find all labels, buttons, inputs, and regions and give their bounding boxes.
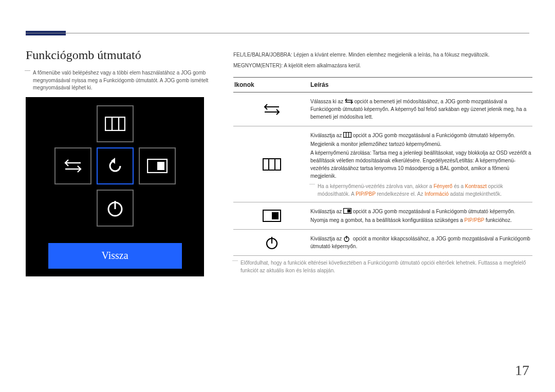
svg-rect-23 xyxy=(347,210,350,213)
power-icon xyxy=(105,198,125,218)
row-icon-menu xyxy=(233,130,310,198)
row-icon-source xyxy=(233,97,310,122)
dpad-right-button[interactable] xyxy=(139,147,176,184)
return-arrow-icon xyxy=(105,156,125,176)
source-arrows-icon xyxy=(345,98,353,104)
table-row: Válassza ki az opciót a bemeneti jel mód… xyxy=(233,92,532,126)
page-number: 17 xyxy=(515,362,529,379)
highlight: Fényerő xyxy=(434,183,453,189)
left-column: Funkciógomb útmutató A főmenübe való bel… xyxy=(26,48,221,276)
footnote: Előfordulhat, hogy a funkciók eltérései … xyxy=(233,259,532,274)
text: rendelkezésre el. Az xyxy=(376,191,425,197)
table-row: Kiválasztja az opciót a JOG gomb mozgatá… xyxy=(233,202,532,230)
text: Nyomja meg a gombot, ha a beállítások ko… xyxy=(310,217,465,223)
dpad-center-button[interactable] xyxy=(97,147,134,184)
row-desc: Válassza ki az opciót a bemeneti jel mód… xyxy=(310,97,532,122)
text: Kiválasztja az xyxy=(310,236,343,241)
power-icon xyxy=(264,235,280,250)
power-icon xyxy=(343,235,351,241)
svg-rect-21 xyxy=(272,212,279,219)
text: funkcióhoz. xyxy=(484,217,511,223)
instruction-line-1: FEL/LE/BALRA/JOBBRA: Lépjen a kívánt ele… xyxy=(233,50,532,59)
source-arrows-icon xyxy=(64,157,82,175)
right-column: FEL/LE/BALRA/JOBBRA: Lépjen a kívánt ele… xyxy=(233,50,532,274)
text: Megjelenik a monitor jellemzőihez tartoz… xyxy=(310,140,532,148)
row-desc: Kiválasztja az opciót a monitor kikapcso… xyxy=(310,234,532,251)
text: Kiválasztja az xyxy=(310,133,343,138)
th-icons: Ikonok xyxy=(233,78,310,92)
text: Kiválasztja az xyxy=(310,209,343,214)
header-rule xyxy=(26,33,529,33)
table-header: Ikonok Leírás xyxy=(233,77,532,92)
page-title: Funkciógomb útmutató xyxy=(26,48,221,62)
text: Ha a képernyőmenü-vezérlés zárolva van, … xyxy=(318,183,434,189)
text: opciót a JOG gomb mozgatásával a Funkció… xyxy=(351,133,515,138)
back-button[interactable]: Vissza xyxy=(48,243,182,269)
row-desc: Kiválasztja az opciót a JOG gomb mozgatá… xyxy=(310,130,532,198)
pip-icon xyxy=(343,208,351,214)
th-desc: Leírás xyxy=(310,78,532,92)
dpad-down-button[interactable] xyxy=(97,190,134,227)
intro-note: A főmenübe való belépéshez vagy a többi … xyxy=(26,69,221,92)
text: opciót a JOG gomb mozgatásával a Funkció… xyxy=(351,209,515,214)
dpad xyxy=(48,105,182,239)
menu-grid-icon xyxy=(105,117,125,131)
svg-rect-0 xyxy=(105,117,125,130)
table-row: Kiválasztja az opciót a monitor kikapcso… xyxy=(233,230,532,256)
osd-panel: Vissza xyxy=(26,97,204,276)
highlight: PIP/PBP xyxy=(356,191,376,197)
svg-rect-7 xyxy=(157,162,164,170)
dpad-left-button[interactable] xyxy=(54,147,91,184)
instruction-line-2: MEGNYOM(ENTER): A kijelölt elem alkalmaz… xyxy=(233,61,532,70)
highlight: PIP/PBP xyxy=(465,217,485,223)
text: A képernyőmenü zárolása: Tartsa meg a je… xyxy=(310,149,532,180)
pip-icon xyxy=(263,210,281,222)
text: és a xyxy=(452,183,465,189)
sub-note: Ha a képernyőmenü-vezérlés zárolva van, … xyxy=(310,183,532,198)
text: adatai megtekinthetők. xyxy=(449,191,502,197)
table-row: Kiválasztja az opciót a JOG gomb mozgatá… xyxy=(233,126,532,202)
menu-grid-icon xyxy=(343,132,351,138)
row-icon-power xyxy=(233,234,310,251)
row-icon-pip xyxy=(233,207,310,225)
row-desc: Kiválasztja az opciót a JOG gomb mozgatá… xyxy=(310,207,532,225)
svg-rect-14 xyxy=(263,159,281,170)
pip-icon xyxy=(147,159,168,173)
text: Válassza ki az xyxy=(310,99,345,104)
dpad-up-button[interactable] xyxy=(97,105,134,142)
highlight: Kontraszt xyxy=(465,183,487,189)
menu-grid-icon xyxy=(263,158,281,171)
highlight: Információ xyxy=(424,191,449,197)
source-arrows-icon xyxy=(263,102,281,117)
svg-rect-17 xyxy=(344,133,351,138)
